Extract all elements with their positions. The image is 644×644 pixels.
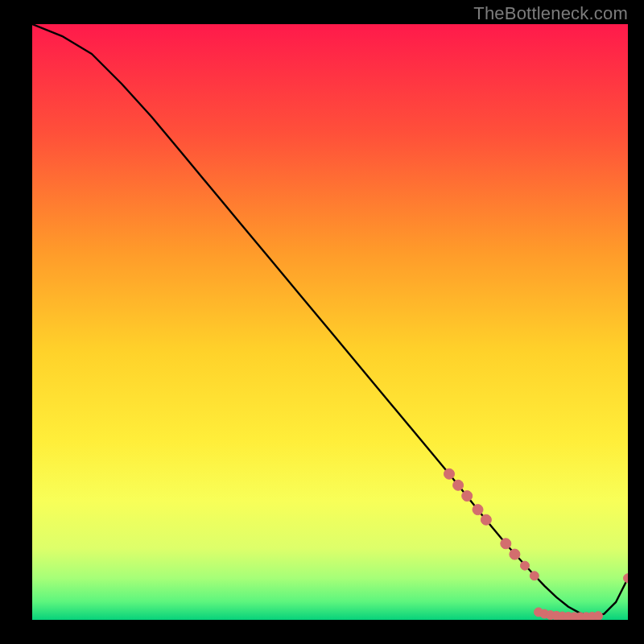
highlight-dot [481,514,491,525]
highlight-dot [453,480,464,490]
watermark-text: TheBottleneck.com [473,3,628,24]
highlight-dot [520,561,529,570]
highlight-dot [444,469,455,479]
highlight-dot [473,505,483,515]
bottleneck-chart [32,24,628,620]
highlight-dot [594,612,603,620]
highlight-dot [501,539,511,549]
highlight-dot [510,549,520,559]
highlight-dot [462,491,473,502]
chart-container: { "watermark": "TheBottleneck.com", "col… [0,0,644,644]
gradient-background [32,24,628,620]
highlight-dot [530,572,539,580]
